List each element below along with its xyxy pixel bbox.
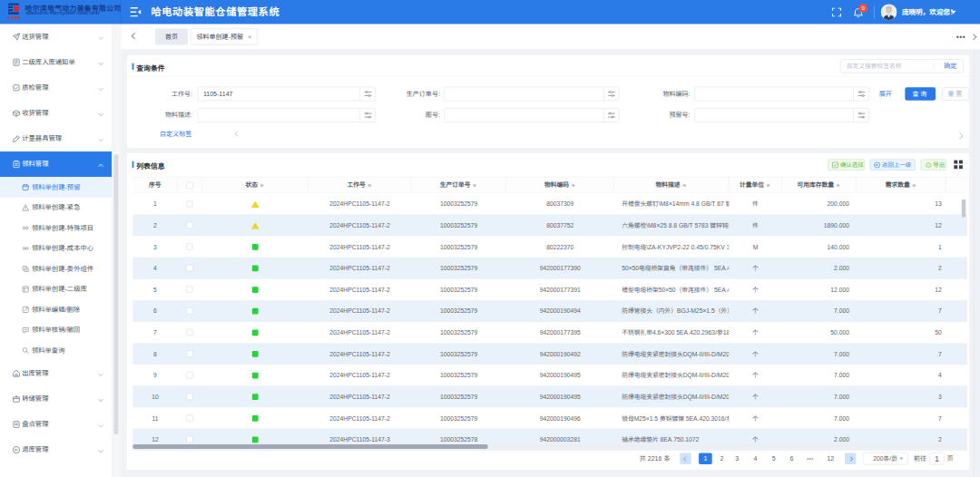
svg-text:哈电集团: 哈电集团 (7, 15, 20, 20)
